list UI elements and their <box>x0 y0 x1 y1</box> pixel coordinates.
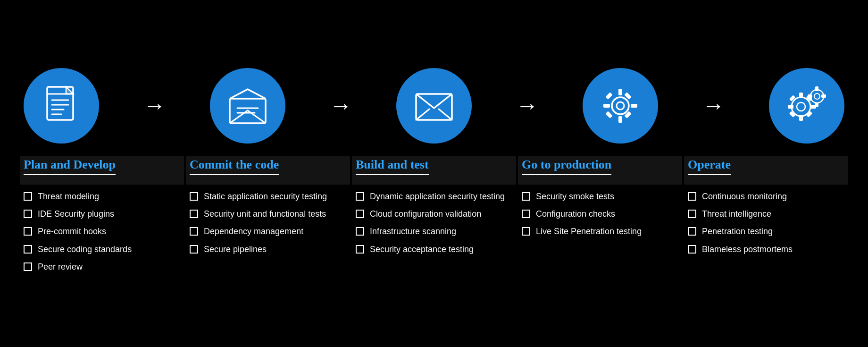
arrow-4: → <box>702 93 725 118</box>
checkbox <box>688 245 696 254</box>
list-item: Configuration checks <box>522 209 678 220</box>
checkbox <box>356 210 364 218</box>
document-icon <box>38 82 85 129</box>
gears-icon <box>783 82 830 129</box>
envelope-open-icon <box>224 82 271 129</box>
icon-unit-operate <box>769 68 844 144</box>
checkbox <box>356 192 364 201</box>
svg-rect-28 <box>821 94 826 98</box>
column-title-plan: Plan and Develop <box>24 158 116 175</box>
column-build: Build and test Dynamic application secur… <box>351 158 517 279</box>
checkbox <box>522 192 530 201</box>
column-title-commit: Commit the code <box>190 158 279 175</box>
list-item: Continuous monitoring <box>688 191 844 202</box>
column-plan: Plan and Develop Threat modeling IDE Sec… <box>19 158 185 279</box>
title-wrapper-build: Build and test <box>356 158 512 183</box>
column-title-build: Build and test <box>356 158 429 175</box>
item-list-operate: Continuous monitoring Threat intelligenc… <box>688 191 844 255</box>
circle-build <box>396 68 472 144</box>
main-container: → → <box>9 59 859 289</box>
svg-rect-26 <box>815 102 818 107</box>
list-item: Infrastructure scanning <box>356 226 512 237</box>
list-item: Live Site Penetration testing <box>522 226 678 237</box>
svg-rect-20 <box>806 111 812 117</box>
title-wrapper-commit: Commit the code <box>190 158 346 183</box>
icon-unit-commit <box>210 68 285 144</box>
svg-rect-16 <box>799 115 803 121</box>
svg-rect-15 <box>799 93 803 98</box>
list-item: Blameless postmortems <box>688 244 844 255</box>
gear-icon <box>597 82 644 129</box>
checkbox <box>522 210 530 218</box>
checkbox <box>356 227 364 236</box>
list-item: Security unit and functional tests <box>190 209 346 220</box>
checkbox <box>190 192 198 201</box>
checkbox <box>24 245 32 254</box>
item-list-commit: Static application security testing Secu… <box>190 191 346 255</box>
list-item: Security smoke tests <box>522 191 678 202</box>
column-operate: Operate Continuous monitoring Threat int… <box>683 158 849 279</box>
arrow-1: → <box>143 93 166 118</box>
title-wrapper-plan: Plan and Develop <box>24 158 180 183</box>
circle-commit <box>210 68 285 144</box>
checkbox <box>190 227 198 236</box>
checkbox <box>24 210 32 218</box>
circle-operate <box>769 68 844 144</box>
icon-unit-production <box>583 68 658 144</box>
column-title-operate: Operate <box>688 158 731 175</box>
svg-point-13 <box>792 97 810 116</box>
icon-unit-build <box>396 68 472 144</box>
svg-rect-6 <box>618 116 622 123</box>
icon-unit-plan <box>24 68 99 144</box>
svg-rect-17 <box>788 105 793 109</box>
list-item: Threat modeling <box>24 191 180 202</box>
list-item: Penetration testing <box>688 226 844 237</box>
svg-rect-27 <box>808 94 812 98</box>
arrow-3: → <box>516 93 539 118</box>
list-item: Peer review <box>24 262 180 272</box>
checkbox <box>522 227 530 236</box>
svg-point-3 <box>612 97 629 114</box>
checkbox <box>24 227 32 236</box>
envelope-closed-icon <box>410 82 458 129</box>
svg-rect-21 <box>789 111 795 117</box>
svg-rect-5 <box>618 89 622 95</box>
list-item: Security acceptance testing <box>356 244 512 255</box>
svg-rect-8 <box>631 104 637 108</box>
title-wrapper-operate: Operate <box>688 158 844 183</box>
list-item: Threat intelligence <box>688 209 844 220</box>
checkbox <box>688 210 696 218</box>
list-item: Dependency management <box>190 226 346 237</box>
list-item: IDE Security plugins <box>24 209 180 220</box>
checkbox <box>190 245 198 254</box>
item-list-build: Dynamic application security testing Clo… <box>356 191 512 255</box>
circle-production <box>583 68 658 144</box>
list-item: Dynamic application security testing <box>356 191 512 202</box>
svg-point-24 <box>814 93 820 99</box>
svg-rect-9 <box>605 92 613 100</box>
list-item: Static application security testing <box>190 191 346 202</box>
checkbox <box>190 210 198 218</box>
icons-row: → → <box>14 68 854 144</box>
checkbox <box>688 192 696 201</box>
checkbox <box>688 227 696 236</box>
column-title-production: Go to production <box>522 158 611 175</box>
list-item: Pre-commit hooks <box>24 226 180 237</box>
svg-point-14 <box>797 102 805 111</box>
circle-plan <box>24 68 99 144</box>
item-list-plan: Threat modeling IDE Security plugins Pre… <box>24 191 180 273</box>
svg-rect-25 <box>815 86 818 91</box>
column-commit: Commit the code Static application secur… <box>185 158 351 279</box>
column-production: Go to production Security smoke tests Co… <box>517 158 683 279</box>
checkbox <box>356 245 364 254</box>
item-list-production: Security smoke tests Configuration check… <box>522 191 678 237</box>
content-row: Plan and Develop Threat modeling IDE Sec… <box>14 158 854 279</box>
title-wrapper-production: Go to production <box>522 158 678 183</box>
svg-rect-11 <box>605 111 613 118</box>
list-item: Cloud configuration validation <box>356 209 512 220</box>
arrow-2: → <box>330 93 352 118</box>
svg-rect-7 <box>603 104 610 108</box>
svg-point-4 <box>617 102 624 110</box>
checkbox <box>24 192 32 201</box>
list-item: Secure pipelines <box>190 244 346 255</box>
